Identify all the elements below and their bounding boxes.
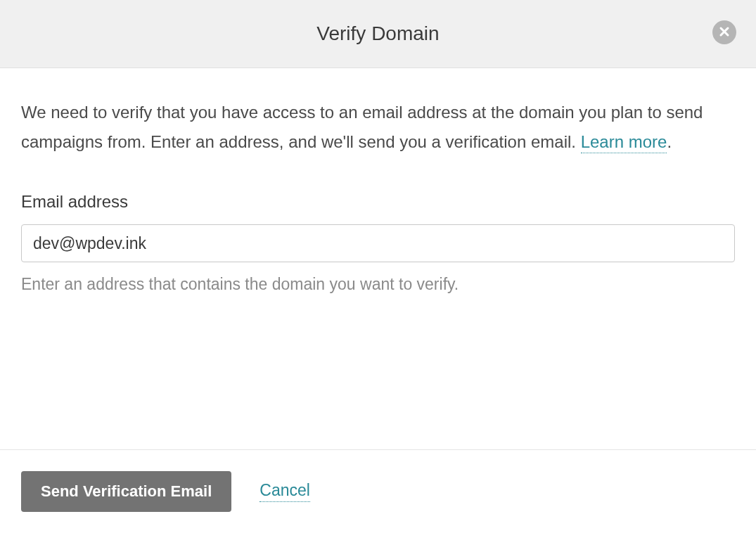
modal-header: Verify Domain — [0, 0, 756, 68]
modal-footer: Send Verification Email Cancel — [0, 449, 756, 533]
close-icon — [719, 26, 730, 39]
send-verification-button[interactable]: Send Verification Email — [21, 471, 231, 512]
cancel-link[interactable]: Cancel — [260, 481, 310, 502]
modal-body: We need to verify that you have access t… — [0, 68, 756, 449]
email-helper-text: Enter an address that contains the domai… — [21, 275, 735, 294]
description-period: . — [667, 132, 672, 151]
modal-title: Verify Domain — [316, 23, 439, 45]
email-field-group: Email address Enter an address that cont… — [21, 192, 735, 294]
close-button[interactable] — [712, 20, 736, 44]
description-text: We need to verify that you have access t… — [21, 98, 735, 157]
email-label: Email address — [21, 192, 735, 212]
email-input[interactable] — [21, 224, 735, 262]
learn-more-link[interactable]: Learn more — [581, 132, 667, 153]
